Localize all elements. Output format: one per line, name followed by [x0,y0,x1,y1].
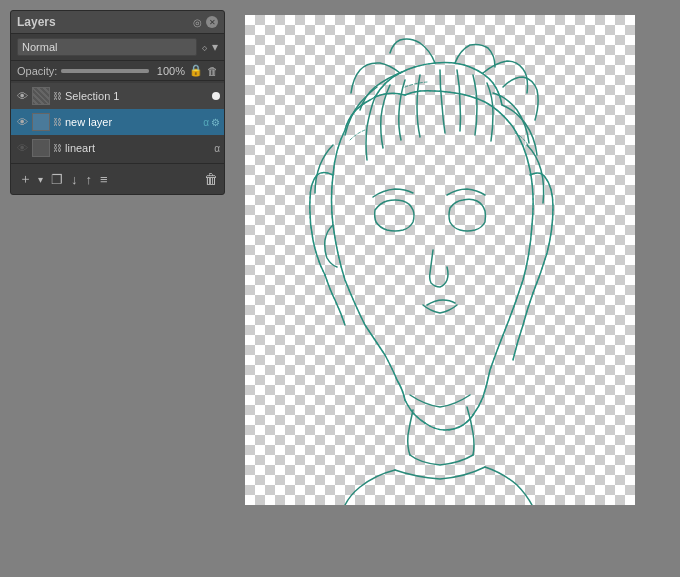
canvas-container [245,15,635,505]
panel-title-icons: ◎ ✕ [193,16,218,28]
layer-thumb-lineart [32,139,50,157]
layer-chain-lineart[interactable]: ⛓ [53,143,62,153]
layer-name-lineart: lineart [65,142,211,154]
opacity-value: 100% [153,65,185,77]
layer-chain-new-layer[interactable]: ⛓ [53,117,62,127]
filter-icon2[interactable]: ▾ [212,40,218,54]
layer-alpha-lock-icon[interactable]: α [203,117,209,128]
layer-item-new-layer[interactable]: 👁 ⛓ new layer α ⚙ [11,109,224,135]
add-button-group: ＋ ▾ [17,168,45,190]
layer-item-selection1[interactable]: 👁 ⛓ Selection 1 [11,83,224,109]
layer-thumb-selection1 [32,87,50,105]
layer-dot-selection1 [212,92,220,100]
layer-name-new-layer: new layer [65,116,200,128]
panel-menu-icon[interactable]: ◎ [193,17,202,28]
merge-down-button[interactable]: ↓ [69,170,80,189]
layer-properties-button[interactable]: ≡ [98,170,110,189]
panel-close-button[interactable]: ✕ [206,16,218,28]
layer-visibility-lineart[interactable]: 👁 [15,142,29,154]
layer-visibility-new-layer[interactable]: 👁 [15,116,29,128]
add-layer-button[interactable]: ＋ [17,168,34,190]
layer-thumb-new-layer [32,113,50,131]
layer-name-selection1: Selection 1 [65,90,209,102]
opacity-delete-icon[interactable]: 🗑 [207,65,218,77]
layer-action-icons-lineart: α [214,143,220,154]
layer-visibility-selection1[interactable]: 👁 [15,90,29,102]
canvas-drawing[interactable] [245,15,635,505]
opacity-row: Opacity: 100% 🔒 🗑 [11,61,224,81]
opacity-label: Opacity: [17,65,57,77]
panel-toolbar: ＋ ▾ ❐ ↓ ↑ ≡ 🗑 [11,163,224,194]
duplicate-layer-button[interactable]: ❐ [49,170,65,189]
lock-icon[interactable]: 🔒 [189,64,203,77]
panel-titlebar: Layers ◎ ✕ [11,11,224,34]
layer-item-lineart[interactable]: 👁 ⛓ lineart α [11,135,224,161]
layer-list: 👁 ⛓ Selection 1 👁 ⛓ new layer α ⚙ 👁 [11,81,224,163]
mode-row: Normal Multiply Screen Overlay ⬦ ▾ [11,34,224,61]
filter-icon[interactable]: ⬦ [201,40,208,54]
workspace: Layers ◎ ✕ Normal Multiply Screen Overla… [0,0,680,577]
layers-panel: Layers ◎ ✕ Normal Multiply Screen Overla… [10,10,225,195]
layer-action-icons-new-layer: α ⚙ [203,117,220,128]
layer-settings-icon[interactable]: ⚙ [211,117,220,128]
layer-alpha-lineart[interactable]: α [214,143,220,154]
layer-chain-selection1[interactable]: ⛓ [53,91,62,101]
opacity-slider[interactable] [61,69,149,73]
canvas-area [235,0,680,577]
blend-mode-select[interactable]: Normal Multiply Screen Overlay [17,38,197,56]
delete-layer-button[interactable]: 🗑 [204,171,218,187]
panel-title: Layers [17,15,56,29]
add-layer-dropdown[interactable]: ▾ [36,172,45,187]
move-up-button[interactable]: ↑ [84,170,95,189]
